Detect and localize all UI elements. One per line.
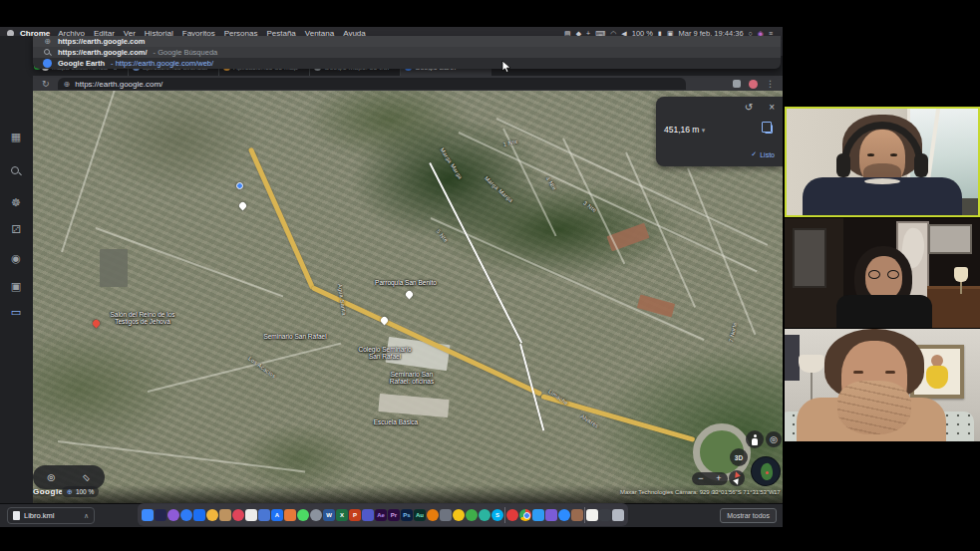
dock-icon[interactable] [504, 507, 505, 523]
dock-icon-sphere-app[interactable] [466, 509, 478, 521]
chevron-up-icon[interactable]: ∧ [84, 512, 89, 520]
dock-icon-messages[interactable] [297, 509, 309, 521]
dock-icon-music[interactable] [232, 509, 244, 521]
dock-icon-chrome[interactable] [519, 509, 531, 521]
dock-icon-notes[interactable] [245, 509, 257, 521]
site-info-icon[interactable]: ⊕ [64, 80, 71, 89]
copy-icon[interactable] [765, 125, 773, 134]
close-icon[interactable]: × [769, 102, 775, 113]
zoom-out-button[interactable]: − [698, 474, 703, 483]
poi-label[interactable]: Parroquia San Benito [375, 279, 437, 286]
url-text[interactable]: https://earth.google.com/ [75, 80, 163, 89]
building [100, 249, 128, 287]
profile-avatar[interactable] [749, 80, 758, 89]
dock-icon-mail[interactable] [193, 509, 205, 521]
my-location-button[interactable]: ◎ [766, 431, 782, 447]
hands [837, 381, 911, 434]
extensions-icon[interactable] [733, 80, 741, 88]
done-button[interactable]: ✓Listo [751, 150, 775, 158]
dock-icon-browser-red[interactable] [506, 509, 518, 521]
picture-frame [928, 224, 972, 254]
file-icon [13, 511, 20, 520]
sidebar-search[interactable] [8, 163, 24, 179]
pegman-button[interactable] [746, 430, 764, 448]
dock-icon-vscode[interactable] [532, 509, 544, 521]
dock-icon-keyboard-app[interactable] [440, 509, 452, 521]
webcam-scene-man-hands [785, 329, 980, 441]
poi-label[interactable]: Colegio Seminario San Rafael [358, 346, 411, 361]
dock-icon-word[interactable]: W [323, 509, 335, 521]
map-pin-seminario[interactable] [238, 201, 248, 211]
dock-icon-premiere[interactable]: Pr [388, 509, 400, 521]
dock-icon-zap-app[interactable] [453, 509, 465, 521]
poi-label[interactable]: Salón del Reino de los Testigos de Jehov… [110, 311, 174, 326]
ruler-icon[interactable]: ▭ [81, 471, 93, 483]
browser-toolbar: ← → ↻ ⊕ https://earth.google.com/ ⋮ [0, 76, 783, 92]
dock-icon-after-effects[interactable]: Ae [375, 509, 387, 521]
poi-label[interactable]: Seminario San Rafael [263, 333, 326, 340]
map-pin-parroquia[interactable] [405, 290, 415, 300]
dock-icon-app-store[interactable]: A [271, 509, 283, 521]
dock-icon-teams[interactable] [362, 509, 374, 521]
suggestion-row-search[interactable]: https://earth.google.com/ - Google Búsqu… [33, 47, 781, 58]
dock-icon[interactable] [584, 507, 585, 523]
dock-icon-excel[interactable]: X [336, 509, 348, 521]
camera-altitude: Cámara: 929 m [675, 489, 716, 495]
street-line [687, 168, 756, 336]
dock-icon-system-preferences[interactable] [310, 509, 322, 521]
dock-icon-purple-app[interactable] [545, 509, 557, 521]
3d-button[interactable]: 3D [730, 448, 748, 466]
dock-icon-zoom[interactable] [558, 509, 570, 521]
compass[interactable] [729, 470, 745, 486]
participant-video-2[interactable] [785, 218, 980, 328]
dock-icon-box[interactable] [571, 509, 583, 521]
sidebar-menu[interactable]: ▦ [8, 129, 24, 144]
show-all-downloads-button[interactable]: Mostrar todos [720, 508, 777, 523]
dock-icon-skype[interactable]: S [491, 509, 503, 521]
downloaded-file-chip[interactable]: Libro.kml ∧ [7, 507, 95, 524]
dock-icon-audition[interactable]: Au [414, 509, 426, 521]
dock-icon-apple-tv[interactable] [155, 509, 166, 521]
current-location-dot [236, 182, 243, 189]
suggestion-row-google-earth[interactable]: Google Earth - https://earth.google.com/… [33, 58, 781, 69]
location-marker-dot [766, 471, 769, 474]
measure-value[interactable]: 451,16 m ▾ [664, 125, 705, 135]
participant-video-1[interactable] [785, 107, 980, 217]
menu-kebab-icon[interactable]: ⋮ [766, 79, 775, 89]
address-bar[interactable]: ⊕ https://earth.google.com/ [58, 78, 686, 90]
dock-icon-stack[interactable] [599, 509, 611, 521]
reload-button[interactable]: ↻ [42, 79, 50, 89]
dock-icon-finder[interactable] [142, 509, 154, 521]
participant-video-3[interactable] [785, 329, 980, 441]
satellite-map[interactable]: Parroquia San BenitoSeminario San Rafael… [33, 91, 783, 503]
overview-globe[interactable] [751, 456, 781, 486]
dock-icon-safari[interactable] [180, 509, 192, 521]
sidebar-projects[interactable]: ◉ [8, 250, 24, 266]
suggestion-icon: ⊕ [43, 37, 52, 46]
poi-label[interactable]: Seminario San Rafael: oficinas [390, 371, 434, 386]
chevron-down-icon[interactable]: ▾ [702, 127, 706, 134]
zoom-in-button[interactable]: + [716, 474, 721, 483]
street-line [148, 343, 342, 393]
dock-icon-photoshop[interactable]: Ps [401, 509, 413, 521]
dock-icon-books[interactable] [284, 509, 296, 521]
dock-icon-blender[interactable] [427, 509, 439, 521]
building [606, 223, 649, 252]
sidebar-map-style[interactable]: ▣ [8, 278, 24, 294]
dock-icon-photos[interactable] [206, 509, 218, 521]
dock-icon-siri[interactable] [167, 509, 179, 521]
dock-icon-health-app[interactable] [479, 509, 490, 521]
map-pin-red-place[interactable] [92, 319, 102, 329]
undo-icon[interactable]: ↺ [745, 102, 753, 113]
add-placemark-icon[interactable]: ◎ [47, 472, 55, 482]
suggestion-row-url[interactable]: ⊕ https://earth.google.com [33, 36, 781, 47]
sidebar-voyager[interactable]: ☸ [8, 194, 24, 210]
dock-icon-powerpoint[interactable]: P [349, 509, 361, 521]
poi-label[interactable]: Escuela Básica [374, 418, 418, 425]
dock-icon-launchpad[interactable] [258, 509, 270, 521]
sidebar-measure[interactable]: ▭ [8, 304, 24, 320]
sidebar-lucky-dice[interactable]: ⚂ [8, 221, 24, 237]
dock-icon-downloads-doc[interactable] [586, 509, 598, 521]
dock-icon-folder[interactable] [219, 509, 231, 521]
dock-icon-trash[interactable] [612, 509, 624, 521]
